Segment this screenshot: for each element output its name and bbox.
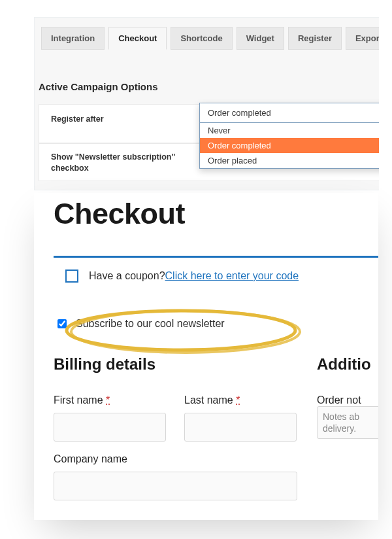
label-last-name: Last name * [184, 394, 297, 406]
input-company[interactable] [54, 472, 297, 500]
tab-export[interactable]: Export [346, 27, 379, 50]
admin-settings-panel: Integration Checkout Shortcode Widget Re… [34, 17, 379, 190]
checkout-title: Checkout [54, 197, 378, 231]
order-notes-textarea[interactable]: Notes ab delivery. [317, 406, 378, 439]
billing-column: Billing details First name * Last name [54, 355, 297, 500]
input-last-name[interactable] [184, 413, 297, 442]
field-company: Company name [54, 453, 297, 500]
tab-checkout[interactable]: Checkout [108, 27, 167, 50]
notes-placeholder-line2: delivery. [323, 423, 378, 434]
newsletter-checkbox[interactable] [57, 319, 67, 328]
label-register-after: Register after [51, 114, 189, 125]
checkout-preview: Checkout Have a coupon? Click here to en… [34, 193, 378, 520]
newsletter-label: Subscribe to our cool newsletter [76, 318, 225, 330]
additional-column: Additio Order not Notes ab delivery. [317, 355, 378, 500]
label-company: Company name [54, 453, 297, 465]
select-option-never[interactable]: Never [200, 123, 379, 138]
select-option-completed[interactable]: Order completed [200, 138, 379, 153]
field-first-name: First name * [54, 394, 166, 442]
svg-point-1 [71, 311, 300, 353]
label-order-notes: Order not [317, 394, 361, 406]
field-last-name: Last name * [184, 394, 297, 442]
annotation-oval [60, 304, 305, 356]
coupon-prompt: Have a coupon? [89, 270, 165, 282]
register-after-select-open[interactable]: Order completed Never Order completed Or… [199, 103, 379, 169]
select-option-placed[interactable]: Order placed [200, 153, 379, 168]
select-current-value[interactable]: Order completed [200, 103, 379, 123]
svg-point-0 [67, 311, 295, 350]
additional-heading: Additio [317, 355, 378, 374]
tab-shortcode[interactable]: Shortcode [171, 27, 232, 50]
tab-widget[interactable]: Widget [237, 27, 284, 50]
billing-heading: Billing details [54, 355, 297, 374]
label-first-name: First name * [54, 394, 166, 406]
tab-register[interactable]: Register [288, 27, 342, 50]
admin-tabs: Integration Checkout Shortcode Widget Re… [35, 18, 379, 50]
required-marker: * [236, 394, 240, 406]
required-marker: * [106, 394, 110, 406]
coupon-icon [65, 270, 78, 283]
coupon-link[interactable]: Click here to enter your code [165, 270, 299, 282]
input-first-name[interactable] [54, 413, 166, 442]
newsletter-row: Subscribe to our cool newsletter [54, 317, 378, 330]
notes-placeholder-line1: Notes ab [323, 411, 378, 423]
label-show-checkbox: Show "Newsletter subscription" checkbox [51, 152, 189, 174]
tab-integration[interactable]: Integration [41, 27, 105, 50]
section-title: Active Campaign Options [39, 81, 379, 92]
coupon-notice: Have a coupon? Click here to enter your … [54, 256, 378, 294]
